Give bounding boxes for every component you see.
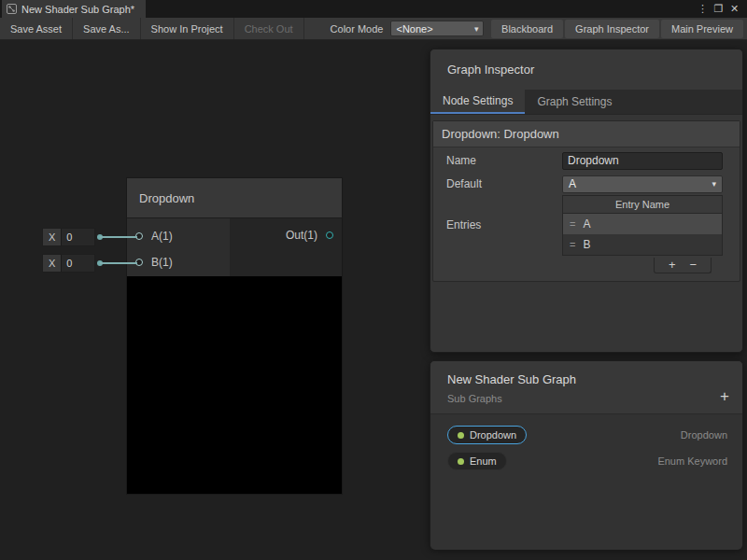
edge-a[interactable] [100, 236, 137, 238]
blackboard-item-enum: Enum Enum Keyword [430, 448, 742, 474]
tab-node-settings[interactable]: Node Settings [430, 90, 525, 114]
property-label: Enum [470, 455, 497, 467]
titlebar: New Shader Sub Graph* ⋮ ❐ ✕ [0, 0, 747, 18]
property-label: Dropdown [470, 429, 516, 441]
port-a-label: A(1) [151, 230, 173, 243]
node-ports: A(1) B(1) Out(1) [126, 218, 343, 276]
name-property-row: Name [433, 149, 740, 172]
enum-property-pill[interactable]: Enum [447, 452, 507, 470]
toolbar-right-group: Blackboard Graph Inspector Main Preview [490, 18, 747, 39]
inspector-tabbar: Node Settings Graph Settings [430, 90, 742, 115]
blackboard-toggle-button[interactable]: Blackboard [491, 20, 563, 38]
document-tab[interactable]: New Shader Sub Graph* [2, 0, 146, 18]
add-property-button[interactable]: + [720, 387, 729, 406]
dropdown-settings-section: Dropdown: Dropdown Name Default A ▾ Entr… [432, 120, 740, 282]
chevron-down-icon: ▾ [474, 24, 479, 34]
blackboard-title: New Shader Sub Graph [447, 372, 727, 386]
default-label: Default [446, 177, 562, 190]
output-port-out[interactable]: Out(1) [286, 229, 333, 242]
blackboard-header: New Shader Sub Graph Sub Graphs + [430, 361, 742, 414]
blackboard-item-dropdown: Dropdown Dropdown [430, 422, 742, 448]
slot-a-value-widget: X 0 [42, 228, 95, 246]
entries-list-footer: + − [654, 258, 712, 273]
entry-row-a[interactable]: = A [563, 214, 722, 234]
window-controls: ⋮ ❐ ✕ [695, 0, 747, 18]
node-header[interactable]: Dropdown [126, 177, 343, 218]
tab-title: New Shader Sub Graph* [21, 4, 134, 15]
save-asset-button[interactable]: Save Asset [0, 18, 73, 39]
node-input-column: A(1) B(1) [127, 218, 230, 276]
edge-b[interactable] [100, 262, 137, 264]
save-as-button[interactable]: Save As... [73, 18, 141, 39]
entries-table: Entry Name = A = B [562, 195, 723, 256]
slot-b-value-widget: X 0 [42, 254, 95, 273]
default-property-row: Default A ▾ [433, 174, 740, 195]
toolbar: Save Asset Save As... Show In Project Ch… [0, 18, 747, 40]
tab-graph-settings[interactable]: Graph Settings [525, 90, 624, 114]
section-title: Dropdown: Dropdown [433, 121, 740, 147]
check-out-button: Check Out [234, 18, 304, 39]
slot-b-axis-label: X [43, 258, 61, 269]
entry-row-b[interactable]: = B [563, 234, 722, 255]
chevron-down-icon: ▾ [712, 179, 716, 189]
slot-b-value-field[interactable]: 0 [61, 255, 94, 272]
main-preview-toggle-button[interactable]: Main Preview [661, 20, 743, 38]
drag-handle-icon[interactable]: = [563, 218, 583, 230]
property-type-label: Enum Keyword [657, 455, 727, 467]
color-mode-value: <None> [396, 23, 432, 35]
entry-name[interactable]: B [583, 238, 590, 251]
entries-property-row: Entries Entry Name = A = B [433, 195, 740, 258]
slot-a-axis-label: X [43, 231, 61, 243]
entries-label: Entries [446, 218, 562, 231]
input-port-b[interactable]: B(1) [127, 249, 230, 275]
inspector-title: Graph Inspector [430, 49, 742, 90]
graph-inspector-panel: Graph Inspector Node Settings Graph Sett… [430, 49, 743, 353]
property-type-dot-icon [458, 458, 464, 465]
property-type-label: Dropdown [681, 429, 727, 441]
blackboard-panel: New Shader Sub Graph Sub Graphs + Dropdo… [430, 360, 743, 549]
port-b-label: B(1) [151, 256, 173, 269]
blackboard-body: Dropdown Dropdown Enum Enum Keyword [430, 414, 742, 550]
name-input[interactable] [562, 152, 723, 170]
add-entry-button[interactable]: + [669, 259, 676, 271]
node-title: Dropdown [139, 191, 194, 205]
entry-name[interactable]: A [583, 217, 590, 231]
default-value: A [569, 177, 576, 190]
remove-entry-button[interactable]: − [689, 259, 697, 271]
shader-graph-asset-icon [7, 4, 17, 14]
blackboard-subtitle: Sub Graphs [447, 393, 727, 404]
slot-a-value-field[interactable]: 0 [61, 229, 94, 245]
node-output-column: Out(1) [230, 218, 342, 276]
graph-inspector-toggle-button[interactable]: Graph Inspector [565, 20, 659, 38]
maximize-icon[interactable]: ❐ [711, 3, 726, 15]
color-mode-dropdown[interactable]: <None> ▾ [390, 21, 484, 36]
color-mode-label: Color Mode [304, 23, 391, 35]
input-port-a[interactable]: A(1) [127, 223, 230, 249]
entries-column-header: Entry Name [563, 196, 722, 214]
property-type-dot-icon [458, 432, 464, 439]
name-label: Name [446, 154, 562, 167]
close-icon[interactable]: ✕ [726, 3, 742, 15]
node-preview [126, 276, 343, 495]
window-menu-icon[interactable]: ⋮ [695, 3, 711, 15]
default-dropdown[interactable]: A ▾ [562, 175, 723, 193]
dropdown-node[interactable]: Dropdown A(1) B(1) Out(1) [126, 177, 343, 495]
port-out-label: Out(1) [286, 229, 317, 242]
port-out-circle-icon[interactable] [326, 231, 333, 239]
drag-handle-icon[interactable]: = [563, 239, 583, 250]
dropdown-property-pill[interactable]: Dropdown [447, 426, 527, 444]
shader-graph-window: New Shader Sub Graph* ⋮ ❐ ✕ Save Asset S… [0, 0, 747, 560]
show-in-project-button[interactable]: Show In Project [141, 18, 234, 39]
